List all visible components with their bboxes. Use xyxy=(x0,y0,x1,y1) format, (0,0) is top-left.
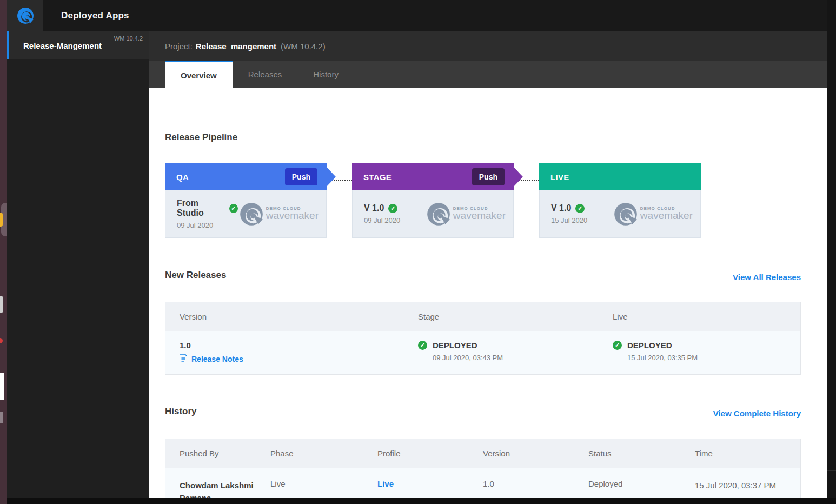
qa-stage-name: QA xyxy=(176,173,285,182)
live-card-body: V 1.0 ✓ 15 Jul 2020 xyxy=(539,190,701,238)
sidebar-item-project[interactable]: Release-Mangement WM 10.4.2 xyxy=(7,31,149,59)
project-header: Project: Release_mangement (WM 10.4.2) xyxy=(149,31,827,61)
new-releases-table: Version Stage Live 1.0 xyxy=(165,302,801,375)
live-version: V 1.0 xyxy=(551,203,571,213)
release-pipeline-heading: Release Pipeline xyxy=(165,131,822,144)
stage-push-button[interactable]: Push xyxy=(472,168,505,185)
history-status: Deployed xyxy=(588,479,695,488)
wavemaker-wave-icon xyxy=(238,201,265,228)
demo-cloud-brand: DEMO CLOUD wavemaker xyxy=(425,201,506,228)
history-version: 1.0 xyxy=(483,479,588,488)
new-releases-heading: New Releases xyxy=(165,269,226,282)
tab-releases[interactable]: Releases xyxy=(233,61,298,88)
column-header-version: Version xyxy=(165,312,418,321)
stage-date: 09 Jul 2020 xyxy=(364,216,400,224)
wavemaker-wave-icon xyxy=(16,6,35,25)
qa-card-header: QA Push xyxy=(165,163,327,190)
history-table-header: Pushed By Phase Profile Version Status T… xyxy=(165,439,800,468)
history-profile-link[interactable]: Live xyxy=(377,479,394,488)
project-label: Project: xyxy=(165,42,193,51)
deployed-check-icon: ✓ xyxy=(613,341,622,350)
history-phase: Live xyxy=(270,479,377,488)
deployed-check-icon: ✓ xyxy=(418,341,427,350)
sidebar-project-version: WM 10.4.2 xyxy=(114,35,143,42)
main-panel: Project: Release_mangement (WM 10.4.2) O… xyxy=(149,31,827,498)
sidebar-project-name: Release-Mangement xyxy=(23,41,102,50)
release-version: 1.0 xyxy=(180,341,418,350)
qa-arrow-icon xyxy=(327,167,336,187)
deployed-check-icon: ✓ xyxy=(229,204,238,213)
column-header-status: Status xyxy=(588,449,695,458)
window-bottom-edge xyxy=(7,498,836,504)
wavemaker-logo[interactable] xyxy=(7,0,43,31)
tab-overview[interactable]: Overview xyxy=(165,61,233,88)
os-dock-strip xyxy=(0,0,7,504)
stage-stage-name: STAGE xyxy=(363,173,472,182)
stage-card-body: V 1.0 ✓ 09 Jul 2020 xyxy=(352,190,514,238)
tab-history[interactable]: History xyxy=(297,61,354,88)
document-icon xyxy=(180,354,187,363)
live-stage-name: LIVE xyxy=(550,173,692,182)
stage-status: DEPLOYED xyxy=(433,341,477,350)
release-notes-label: Release Notes xyxy=(191,355,243,363)
page-title: Deployed Apps xyxy=(61,0,129,31)
dock-icon[interactable] xyxy=(0,338,3,343)
column-header-profile: Profile xyxy=(377,449,483,458)
brand-line2: wavemaker xyxy=(640,210,693,222)
stage-deploy-time: 09 Jul 2020, 03:43 PM xyxy=(433,354,613,362)
wavemaker-wave-icon xyxy=(612,201,639,228)
app-window: Deployed Apps Release-Mangement WM 10.4.… xyxy=(7,0,827,504)
live-deploy-time: 15 Jul 2020, 03:35 PM xyxy=(627,354,800,362)
pipeline-card-stage: STAGE Push V 1.0 ✓ 09 Jul 2020 xyxy=(352,163,514,238)
qa-push-button[interactable]: Push xyxy=(285,168,317,185)
column-header-live: Live xyxy=(613,312,800,321)
live-card-header: LIVE xyxy=(539,163,701,190)
column-header-phase: Phase xyxy=(270,449,377,458)
qa-version: From Studio xyxy=(177,198,225,218)
wavemaker-wave-icon xyxy=(425,201,452,228)
stage-card-header: STAGE Push xyxy=(352,163,514,190)
dock-icon[interactable] xyxy=(0,412,3,423)
dock-icon[interactable] xyxy=(0,373,4,400)
column-header-time: Time xyxy=(695,449,800,458)
sidebar: Release-Mangement WM 10.4.2 xyxy=(7,31,149,498)
table-row: 1.0 Release N xyxy=(165,331,800,374)
column-header-pushed-by: Pushed By xyxy=(165,449,270,458)
screen: Deployed Apps Release-Mangement WM 10.4.… xyxy=(0,0,836,504)
view-complete-history-link[interactable]: View Complete History xyxy=(713,409,801,418)
project-name: Release_mangement xyxy=(196,42,276,51)
live-date: 15 Jul 2020 xyxy=(551,216,587,224)
history-heading: History xyxy=(165,405,197,418)
tab-bar: Overview Releases History xyxy=(149,61,827,88)
brand-line2: wavemaker xyxy=(266,210,319,222)
demo-cloud-brand: DEMO CLOUD wavemaker xyxy=(238,201,319,228)
history-pushed-by: Chowdam Lakshmi Ramana xyxy=(165,479,270,498)
demo-cloud-brand: DEMO CLOUD wavemaker xyxy=(612,201,693,228)
background-window-strip xyxy=(827,0,836,504)
dock-icon[interactable] xyxy=(0,213,3,227)
stage-version: V 1.0 xyxy=(364,203,384,213)
overview-content: Release Pipeline QA Push From Studi xyxy=(149,88,822,498)
deployed-check-icon: ✓ xyxy=(575,204,585,213)
view-all-releases-link[interactable]: View All Releases xyxy=(733,273,801,282)
stage-arrow-icon xyxy=(514,167,523,187)
brand-line2: wavemaker xyxy=(453,210,506,222)
release-pipeline: QA Push From Studio ✓ 09 Jul 2020 xyxy=(165,163,822,238)
release-notes-link[interactable]: Release Notes xyxy=(180,354,418,363)
top-bar: Deployed Apps xyxy=(7,0,827,31)
dock-icon[interactable] xyxy=(0,296,3,313)
deployed-check-icon: ✓ xyxy=(388,204,397,213)
live-status: DEPLOYED xyxy=(627,341,672,350)
new-releases-table-header: Version Stage Live xyxy=(165,302,800,331)
pipeline-card-live: LIVE V 1.0 ✓ 15 Jul 2020 xyxy=(539,163,701,238)
pipeline-card-qa: QA Push From Studio ✓ 09 Jul 2020 xyxy=(165,163,327,238)
column-header-version: Version xyxy=(483,449,588,458)
qa-card-body: From Studio ✓ 09 Jul 2020 xyxy=(165,190,327,238)
history-time: 15 Jul 2020, 03:37 PM xyxy=(695,479,800,492)
qa-date: 09 Jul 2020 xyxy=(177,221,238,229)
project-version: (WM 10.4.2) xyxy=(281,42,326,51)
history-table: Pushed By Phase Profile Version Status T… xyxy=(165,439,801,498)
table-row: Chowdam Lakshmi Ramana Live Live 1.0 Dep… xyxy=(165,468,800,498)
column-header-stage: Stage xyxy=(418,312,613,321)
